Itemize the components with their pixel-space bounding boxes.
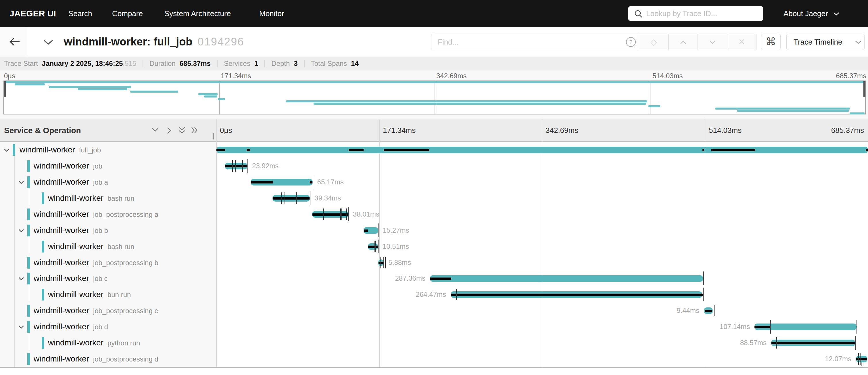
span-collapse-chevron-icon[interactable] — [19, 277, 24, 280]
span-operation-name: job_postprocessing c — [93, 307, 158, 315]
span-row[interactable]: windmill-workerbash run10.51ms — [0, 238, 868, 255]
span-log-tick — [235, 160, 236, 172]
span-critical-path — [866, 149, 868, 151]
nav-item-system-architecture[interactable]: System Architecture — [164, 0, 231, 27]
span-row[interactable]: windmill-workerjob_postprocessing a38.01… — [0, 206, 868, 222]
separator — [217, 60, 218, 67]
bottom-resize-grip[interactable] — [863, 362, 863, 366]
span-log-tick — [380, 257, 380, 268]
focus-span-button[interactable]: ◇ — [639, 34, 669, 50]
span-end-tick — [703, 288, 704, 301]
span-name-group[interactable]: windmill-workerfull_job — [20, 142, 101, 158]
trace-collapse-chevron-icon[interactable] — [43, 39, 54, 45]
span-name-group[interactable]: windmill-workerjob d — [34, 319, 108, 335]
span-row[interactable]: windmill-workerjob_postprocessing d12.07… — [0, 351, 868, 367]
minimap-gridline — [650, 81, 650, 114]
span-collapse-chevron-icon[interactable] — [4, 148, 9, 152]
span-color-block — [42, 289, 44, 300]
span-duration-label: 88.57ms — [740, 335, 767, 351]
span-row[interactable]: windmill-workerbun run264.47ms — [0, 286, 868, 302]
span-collapse-chevron-icon[interactable] — [19, 181, 24, 184]
nav-item-about-jaeger[interactable]: About Jaeger — [783, 0, 828, 27]
span-log-tick — [296, 192, 297, 204]
span-name-group[interactable]: windmill-workerbash run — [48, 238, 134, 255]
minimap-span-bar — [737, 110, 848, 112]
nav-brand[interactable]: JAEGER UI — [9, 0, 56, 27]
span-collapse-chevron-icon[interactable] — [19, 229, 24, 232]
span-color-block — [42, 337, 44, 349]
keyboard-shortcuts-button[interactable]: ⌘ — [761, 34, 781, 50]
back-button[interactable] — [0, 27, 27, 57]
span-name-group[interactable]: windmill-workerjob_postprocessing d — [34, 351, 158, 367]
span-duration-label: 65.17ms — [317, 174, 344, 190]
span-name-group[interactable]: windmill-workerbun run — [48, 286, 131, 302]
span-name-group[interactable]: windmill-workerjob_postprocessing b — [34, 255, 158, 270]
span-name-group[interactable]: windmill-workerbash run — [48, 190, 134, 206]
clear-search-button[interactable]: ✕ — [727, 34, 756, 50]
span-service-name: windmill-worker — [34, 161, 89, 170]
span-row[interactable]: windmill-workerjob_postprocessing c9.44m… — [0, 302, 868, 319]
span-end-tick — [451, 288, 451, 301]
find-input[interactable]: Find... — [431, 34, 623, 50]
span-service-name: windmill-worker — [34, 210, 89, 219]
view-select[interactable]: Trace Timeline — [786, 34, 865, 50]
span-name-group[interactable]: windmill-workerjob b — [34, 222, 108, 238]
expand-all-icon[interactable] — [191, 127, 197, 134]
span-row[interactable]: windmill-workerfull_job — [0, 142, 868, 158]
help-icon: ? — [626, 37, 636, 47]
collapse-one-icon[interactable] — [152, 127, 159, 132]
trace-lookup-placeholder: Lookup by Trace ID... — [646, 6, 717, 21]
trace-id: 0194296 — [198, 36, 244, 48]
span-row[interactable]: windmill-workerpython run88.57ms — [0, 335, 868, 351]
nav-item-monitor[interactable]: Monitor — [259, 0, 284, 27]
span-bar[interactable] — [216, 147, 868, 153]
span-critical-path — [856, 358, 867, 360]
next-result-button[interactable] — [698, 34, 727, 50]
span-critical-path — [312, 213, 348, 216]
find-help-button[interactable]: ? — [623, 34, 639, 50]
minimap-span-bar — [78, 88, 127, 90]
span-name-group[interactable]: windmill-workerjob_postprocessing a — [34, 206, 158, 222]
minimap-left-scrubber[interactable] — [4, 81, 6, 97]
minimap-span-bar — [15, 83, 45, 85]
span-name-group[interactable]: windmill-workerjob a — [34, 174, 108, 190]
span-critical-path — [451, 294, 703, 296]
panel-resize-grip[interactable] — [212, 133, 212, 140]
bottom-resize-grip[interactable] — [861, 362, 862, 366]
span-critical-path — [754, 326, 771, 328]
expand-one-icon[interactable] — [167, 127, 171, 134]
span-row[interactable]: windmill-workerjob_postprocessing b5.88m… — [0, 255, 868, 270]
collapse-all-icon[interactable] — [179, 127, 185, 134]
trace-title: windmill-worker: full_job0194296 — [64, 27, 244, 57]
span-service-name: windmill-worker — [34, 258, 89, 267]
span-operation-name: job c — [93, 275, 108, 282]
span-log-tick — [383, 257, 384, 268]
span-end-tick — [310, 191, 310, 205]
minimap-span-bar — [130, 91, 178, 93]
minimap-right-scrubber[interactable] — [863, 81, 865, 97]
span-row[interactable]: windmill-workerjob b15.27ms — [0, 222, 868, 238]
nav-item-compare[interactable]: Compare — [112, 0, 143, 27]
bottom-divider — [0, 367, 868, 368]
span-duration-label: 264.47ms — [416, 286, 446, 302]
span-log-tick — [385, 257, 386, 268]
span-name-group[interactable]: windmill-workerjob c — [34, 270, 108, 286]
minimap[interactable] — [3, 81, 866, 114]
span-row[interactable]: windmill-workerbash run39.34ms — [0, 190, 868, 206]
span-row[interactable]: windmill-workerjob d107.14ms — [0, 319, 868, 335]
nav-item-search[interactable]: Search — [68, 0, 92, 27]
span-row[interactable]: windmill-workerjob c287.36ms — [0, 270, 868, 286]
span-name-group[interactable]: windmill-workerjob — [34, 158, 102, 174]
span-name-group[interactable]: windmill-workerjob_postprocessing c — [34, 302, 158, 319]
span-color-block — [27, 225, 30, 236]
span-log-tick — [284, 192, 285, 204]
span-row[interactable]: windmill-workerjob a65.17ms — [0, 174, 868, 190]
span-name-group[interactable]: windmill-workerpython run — [48, 335, 140, 351]
prev-result-button[interactable] — [669, 34, 698, 50]
span-row[interactable]: windmill-workerjob23.92ms — [0, 158, 868, 174]
span-collapse-chevron-icon[interactable] — [19, 325, 24, 329]
span-bar[interactable] — [430, 275, 703, 282]
trace-lookup-input[interactable]: Lookup by Trace ID... — [628, 6, 763, 21]
view-select-label: Trace Timeline — [794, 34, 842, 50]
panel-resize-grip[interactable] — [213, 133, 214, 140]
